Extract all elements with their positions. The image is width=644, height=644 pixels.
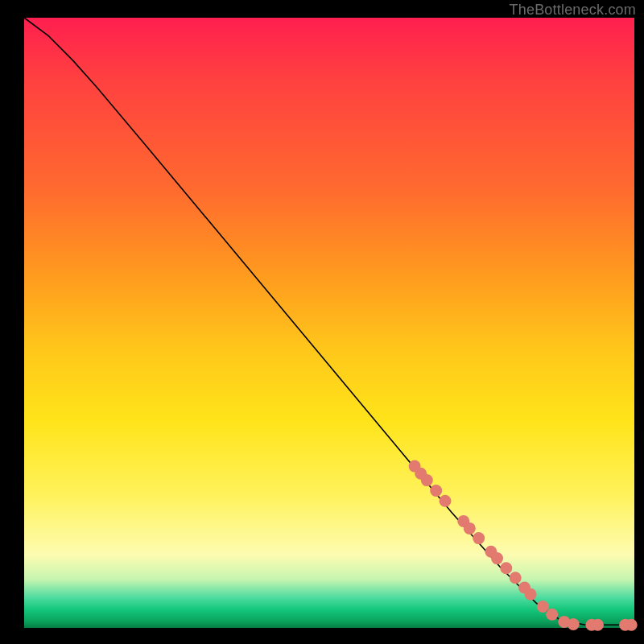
data-marker xyxy=(430,485,442,497)
data-marker xyxy=(546,609,558,621)
data-marker xyxy=(491,552,503,564)
data-marker xyxy=(500,562,512,574)
bottleneck-curve xyxy=(24,18,634,625)
data-marker xyxy=(510,572,522,584)
marker-group xyxy=(409,460,638,631)
attribution-label: TheBottleneck.com xyxy=(510,2,636,19)
data-marker xyxy=(537,601,549,613)
chart-stage: TheBottleneck.com xyxy=(0,0,644,644)
data-marker xyxy=(421,474,433,486)
data-marker xyxy=(625,619,638,631)
data-marker xyxy=(592,619,604,631)
data-marker xyxy=(525,588,537,601)
data-marker xyxy=(473,532,485,544)
data-marker xyxy=(568,618,580,630)
chart-overlay xyxy=(24,18,634,628)
data-marker xyxy=(464,522,476,535)
data-marker xyxy=(440,495,452,507)
